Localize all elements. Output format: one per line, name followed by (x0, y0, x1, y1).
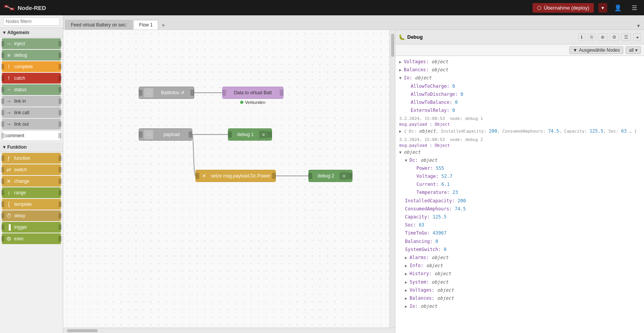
linkin-icon: → (5, 98, 13, 104)
canvas-scroll-vertical: → BattInfos ↺ Data to virtual Batt (63, 30, 395, 333)
sidebar-item-trigger[interactable]: ▐ trigger (2, 222, 61, 233)
template-icon: { (5, 201, 13, 207)
node-port-left (1, 41, 4, 46)
deploy-button[interactable]: ⬡ Übernahme (deploy) (533, 3, 594, 13)
menu-button[interactable]: ☰ (629, 3, 640, 13)
node-label: BattInfos ↺ (155, 90, 190, 95)
flow-node-data-to-virt[interactable]: Data to virtual Batt Verbunden (222, 87, 283, 99)
debug-subbar: ▼ Ausgewählte Nodes all ▾ (395, 44, 644, 56)
tab-menu-button[interactable]: ▾ (635, 22, 642, 30)
main-layout: ▾ Allgemein → inject ≡ debug ! complete (0, 15, 644, 333)
sidebar: ▾ Allgemein → inject ≡ debug ! complete (0, 15, 63, 333)
tab-add-button[interactable]: + (159, 21, 167, 30)
debug-filter-button[interactable]: ▼ Ausgewählte Nodes (569, 46, 623, 54)
sidebar-item-exec[interactable]: ⚙ exec (2, 233, 61, 244)
sidebar-item-range[interactable]: ↕ range (2, 187, 61, 198)
section-funktion[interactable]: ▾ Funktion (0, 143, 63, 152)
debug-entry-alarms[interactable]: ▶ Alarms: object (395, 254, 644, 262)
node-port-left (1, 213, 4, 218)
sidebar-item-delay[interactable]: ⏱ delay (2, 210, 61, 221)
debug-entry-object[interactable]: ▼ object (395, 148, 644, 156)
debug-entry-dc-summary[interactable]: ▶ { Dc: object, InstalledCapacity: 200, … (395, 127, 644, 135)
debug-entry-installedcapacity: InstalledCapacity: 200 (395, 197, 644, 205)
search-input[interactable] (3, 17, 60, 26)
app-title: Node-RED (18, 5, 46, 11)
sidebar-item-switch[interactable]: ⇄ switch (2, 164, 61, 175)
debug-entry-io2[interactable]: ▶ Io: object (395, 302, 644, 310)
linkout-icon: → (5, 121, 13, 127)
node-port-right (59, 52, 62, 58)
node-label: Data to virtual Batt (226, 90, 280, 95)
node-port-right (59, 41, 62, 46)
debug-list-btn[interactable]: ☰ (621, 33, 631, 41)
debug-settings-btn[interactable]: ⚙ (610, 33, 619, 41)
debug-entry-voltages[interactable]: ▶ Voltages: object (395, 58, 644, 66)
flow-node-setze-msg[interactable]: ✕ setze msg.payload.Dc.Power (195, 170, 276, 182)
sidebar-item-debug[interactable]: ≡ debug (2, 50, 61, 61)
topbar: Node-RED ⬡ Übernahme (deploy) ▾ 👤 ☰ (0, 0, 644, 15)
debug-panel-icon: 🐛 (398, 34, 405, 40)
debug-entry-systemswitch: SystemSwitch: 0 (395, 246, 644, 254)
debug-entry-voltages2[interactable]: ▶ Voltages: object (395, 286, 644, 294)
flow-node-debug1[interactable]: debug 1 ≡ (228, 128, 272, 141)
complete-icon: ! (5, 64, 13, 70)
section-allgemein[interactable]: ▾ Allgemein (0, 28, 63, 38)
canvas-scrollbar-h[interactable] (63, 328, 395, 333)
canvas[interactable]: → BattInfos ↺ Data to virtual Batt (63, 30, 390, 328)
sidebar-item-catch[interactable]: ! catch (2, 73, 61, 84)
logo: Node-RED (4, 4, 46, 11)
sidebar-item-linkcall[interactable]: → link call (2, 107, 61, 118)
canvas-scrollbar-v[interactable] (390, 30, 395, 328)
debug-entry-dc[interactable]: ▼ Dc: object (395, 156, 644, 164)
tab-feed-battery[interactable]: Feed virtual Battery on sec: (65, 20, 133, 30)
node-port-right (59, 213, 62, 218)
node-port-right (59, 236, 62, 241)
change-icon: ✕ (5, 178, 13, 184)
exec-icon: ⚙ (5, 236, 13, 242)
sidebar-item-linkin[interactable]: → link in (2, 96, 61, 107)
catch-icon: ! (5, 75, 13, 81)
function-icon: ƒ (5, 155, 13, 161)
sidebar-item-status[interactable]: ~ status (2, 84, 61, 95)
sidebar-item-complete[interactable]: ! complete (2, 61, 61, 72)
deploy-label: Übernahme (deploy) (544, 5, 589, 11)
tab-flow1[interactable]: Flow 1 (133, 20, 158, 30)
node-port-left (1, 87, 4, 92)
debug-entry-balances[interactable]: ▶ Balances: object (395, 66, 644, 74)
debug-all-button[interactable]: all ▾ (626, 46, 641, 54)
debug-entry-allowtobalance: AllowToBalance: 0 (395, 98, 644, 107)
node-menu-icon: ≡ (259, 131, 268, 138)
debug-content: ▶ Voltages: object ▶ Balances: object ▼ … (395, 56, 644, 333)
debug-entry-info[interactable]: ▶ Info: object (395, 262, 644, 270)
node-port-left (1, 121, 4, 127)
sidebar-item-linkout[interactable]: → link out (2, 119, 61, 130)
node-type-icon: → (144, 130, 153, 139)
debug-entry-history[interactable]: ▶ History: object (395, 270, 644, 278)
node-port-left (1, 225, 4, 230)
node-label: setze msg.payload.Dc.Power (209, 173, 272, 179)
user-button[interactable]: 👤 (611, 3, 625, 13)
sidebar-item-change[interactable]: ✕ change (2, 176, 61, 187)
flow-node-debug2[interactable]: debug 2 ≡ (308, 170, 352, 182)
debug-entry-io[interactable]: ▼ Io: object (395, 74, 644, 82)
debug-collapse-btn[interactable]: ◂ (633, 33, 641, 41)
range-icon: ↕ (5, 190, 13, 196)
node-label: debug 1 (232, 132, 259, 137)
node-port-right (59, 64, 62, 69)
sidebar-item-function[interactable]: ƒ function (2, 153, 61, 164)
deploy-arrow-button[interactable]: ▾ (598, 3, 607, 13)
canvas-with-scroll: → BattInfos ↺ Data to virtual Batt (63, 30, 395, 328)
debug-copy-btn[interactable]: ⎘ (588, 33, 596, 41)
sidebar-item-inject[interactable]: → inject (2, 38, 61, 49)
trigger-icon: ▐ (5, 224, 13, 230)
flow-node-battinfos[interactable]: → BattInfos ↺ (139, 87, 194, 99)
debug-clear-btn[interactable]: ⊗ (598, 33, 607, 41)
sidebar-item-template[interactable]: { template (2, 199, 61, 210)
sidebar-item-comment[interactable]: comment (2, 130, 61, 141)
flow-node-payload[interactable]: → payload (139, 128, 192, 141)
node-port-left (1, 110, 4, 115)
debug-info-btn[interactable]: ℹ (578, 33, 585, 41)
debug-entry-system[interactable]: ▶ System: object (395, 278, 644, 286)
debug-panel: 🐛 Debug ℹ ⎘ ⊗ ⚙ ☰ ◂ ▼ Ausgewählte Nodes (395, 30, 644, 333)
debug-entry-balances2[interactable]: ▶ Balances: object (395, 294, 644, 302)
